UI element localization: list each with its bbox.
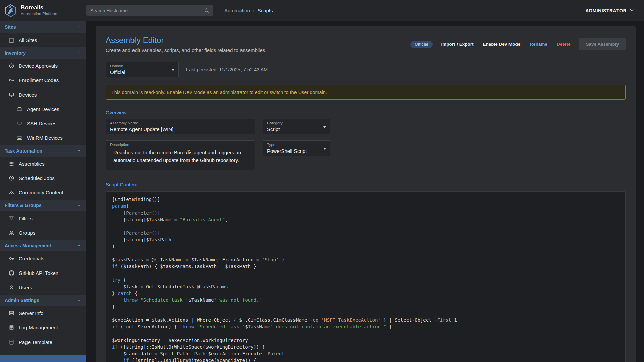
- sidebar-item-label: Log Management: [19, 325, 58, 330]
- sidebar-item-label: Agent Devices: [27, 106, 59, 112]
- sidebar-item-assemblies[interactable]: Assemblies: [0, 157, 86, 171]
- code-line: [106, 250, 625, 256]
- code-line: if ([string]::IsNullOrWhiteSpace($candid…: [106, 357, 625, 362]
- chevron-up-icon: [77, 298, 82, 303]
- chevron-up-icon: [77, 243, 82, 248]
- sidebar-item-scheduled-jobs[interactable]: Scheduled Jobs: [0, 171, 86, 185]
- search-input[interactable]: [86, 5, 213, 16]
- sidebar-item-enrollment-codes[interactable]: Enrollment Codes: [0, 73, 86, 87]
- brand-tagline: Automation Platform: [21, 12, 57, 16]
- breadcrumb-automation[interactable]: Automation: [224, 8, 250, 13]
- breadcrumb-separator: ›: [253, 8, 255, 13]
- script-editor[interactable]: [CmdletBinding()]param( [Parameter()] [s…: [106, 191, 626, 362]
- sidebar-section-inventory[interactable]: Inventory: [0, 47, 86, 59]
- sidebar-section-admin-settings[interactable]: Admin Settings: [0, 295, 86, 306]
- last-persisted-text: Last persisted: 11/1/2025, 7:52:43 AM: [186, 67, 268, 72]
- assembly-name-label: Assembly Name: [110, 121, 251, 125]
- sidebar-item-all-sites[interactable]: All Sites: [0, 33, 86, 47]
- main-content: Assembly Editor Create and edit variable…: [86, 21, 644, 362]
- dropdown-arrow-icon: [171, 69, 175, 71]
- sidebar-item-log-management[interactable]: Log Management: [0, 320, 86, 335]
- domain-select-label: Domain: [110, 64, 168, 68]
- server-icon: [9, 310, 14, 316]
- sidebar-item-filters[interactable]: Filters: [0, 211, 86, 226]
- search-icon: [204, 8, 210, 15]
- breadcrumb-scripts[interactable]: Scripts: [258, 8, 273, 13]
- code-line: [106, 270, 625, 277]
- key-icon: [9, 256, 14, 261]
- description-field[interactable]: Description Reaches out to the remote Bo…: [106, 140, 255, 170]
- user-icon: [9, 285, 14, 290]
- page-title: Assembly Editor: [106, 36, 266, 45]
- section-label: Sites: [5, 24, 16, 30]
- code-line: [106, 223, 625, 230]
- chevron-up-icon: [77, 51, 82, 55]
- key-icon: [9, 77, 14, 83]
- laptop-icon: [17, 106, 22, 112]
- sidebar-section-access-management[interactable]: Access Management: [0, 240, 86, 251]
- grid-icon: [9, 161, 14, 167]
- sidebar-item-github-api-token[interactable]: GitHub API Token: [0, 266, 86, 280]
- sidebar-section-filters-groups[interactable]: Filters & Groups: [0, 200, 86, 211]
- domain-select-value: Official: [110, 69, 168, 75]
- sidebar-item-groups[interactable]: Groups: [0, 226, 86, 240]
- user-menu[interactable]: ADMINISTRATOR: [585, 7, 635, 14]
- people-icon: [9, 190, 14, 195]
- sidebar-item-label: Users: [19, 285, 32, 290]
- import-export-button[interactable]: Import / Export: [441, 40, 474, 48]
- section-label: Filters & Groups: [5, 203, 42, 208]
- code-line: if ([string]::IsNullOrWhiteSpace($workin…: [106, 344, 625, 350]
- domain-badge: Official: [410, 41, 433, 48]
- code-line: [106, 330, 625, 337]
- sidebar-item-label: All Sites: [19, 37, 37, 43]
- save-assembly-button[interactable]: Save Assembly: [579, 38, 626, 50]
- code-line: [string]$TaskPath: [106, 236, 625, 243]
- dropdown-arrow-icon: [323, 148, 326, 150]
- sidebar-item-label: Enrollment Codes: [19, 77, 59, 83]
- code-line: try {: [106, 277, 625, 283]
- assembly-editor-panel: Assembly Editor Create and edit variable…: [96, 26, 636, 362]
- sidebar-section-task-automation[interactable]: Task Automation: [0, 145, 86, 157]
- sidebar-item-community-content[interactable]: Community Content: [0, 185, 86, 200]
- page-icon: [9, 339, 14, 345]
- topbar: Borealis Automation Platform Automation …: [0, 0, 644, 21]
- sidebar-item-device-approvals[interactable]: Device Approvals: [0, 59, 86, 73]
- assembly-name-value: Remote Agent Update [WIN]: [110, 126, 251, 132]
- sidebar-item-devices[interactable]: Devices: [0, 87, 86, 102]
- category-select[interactable]: Category Script: [263, 119, 330, 134]
- description-label: Description: [110, 143, 251, 147]
- delete-button[interactable]: Delete: [556, 40, 571, 48]
- type-select[interactable]: Type PowerShell Script: [263, 140, 330, 156]
- code-line: }: [106, 303, 625, 310]
- code-line: ): [106, 243, 625, 250]
- assembly-name-field[interactable]: Assembly Name Remote Agent Update [WIN]: [106, 119, 255, 134]
- chevron-up-icon: [77, 203, 82, 208]
- sidebar-section-sites[interactable]: Sites: [0, 21, 86, 33]
- enable-dev-mode-button[interactable]: Enable Dev Mode: [482, 40, 521, 48]
- laptop-icon: [17, 135, 22, 141]
- search-box: [86, 5, 213, 16]
- domain-select[interactable]: Domain Official: [106, 62, 179, 77]
- sidebar-item-label: Credentials: [19, 256, 44, 261]
- sidebar-item-label: Page Template: [19, 339, 52, 345]
- dropdown-arrow-icon: [323, 126, 326, 128]
- sidebar-item-credentials[interactable]: Credentials: [0, 251, 86, 266]
- sidebar-item-ssh-devices[interactable]: SSH Devices: [0, 116, 86, 131]
- sidebar-item-server-info[interactable]: Server Info: [0, 306, 86, 320]
- sidebar-item-label: SSH Devices: [27, 121, 56, 126]
- code-line: [string]$TaskName = "Borealis Agent",: [106, 216, 625, 223]
- sidebar-section-partial[interactable]: [0, 355, 86, 362]
- code-line: [Parameter()]: [106, 230, 625, 236]
- code-line: $task = Get-ScheduledTask @taskParams: [106, 283, 625, 290]
- chevron-down-icon: [629, 7, 635, 14]
- sidebar-item-label: Devices: [19, 92, 37, 98]
- sidebar: SitesAll SitesInventoryDevice ApprovalsE…: [0, 21, 86, 362]
- sidebar-item-page-template[interactable]: Page Template: [0, 335, 86, 349]
- sidebar-item-users[interactable]: Users: [0, 280, 86, 295]
- code-line: } catch {: [106, 290, 625, 297]
- sidebar-item-winrm-devices[interactable]: WinRM Devices: [0, 131, 86, 145]
- sidebar-item-agent-devices[interactable]: Agent Devices: [0, 102, 86, 116]
- code-line: throw "Scheduled task '$TaskName' was no…: [106, 297, 625, 303]
- code-line: [106, 310, 625, 317]
- rename-button[interactable]: Rename: [529, 40, 548, 48]
